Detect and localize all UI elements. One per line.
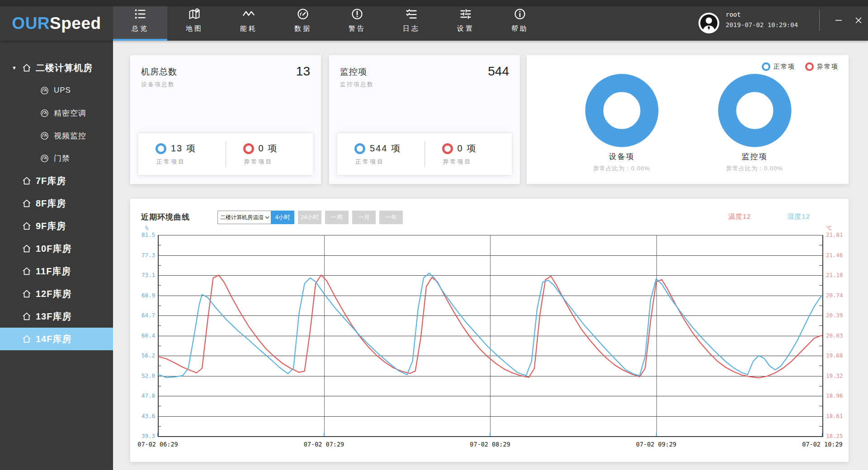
y-axis-left-tick: 39.3 [133,432,155,439]
sidebar-item-14f[interactable]: 14F库房 [0,328,113,350]
sidebar-item-label: 13F库房 [36,310,71,323]
normal-ring-icon [156,143,166,154]
nav-item-label: 日志 [403,24,420,33]
home-icon [22,334,32,344]
y-axis-minor-tick [158,265,161,266]
nav-item-overview[interactable]: 总览 [113,1,167,41]
collapse-arrow-icon[interactable]: ▼ [12,65,19,70]
stat-box: 544 项 正常项目 0 项 异常项目 [337,133,512,175]
v-gridline [656,235,657,436]
y-axis-right-tick: 20.03 [826,332,853,339]
y-axis-minor-tick [158,285,161,286]
sidebar-subitem-label: 精密空调 [54,108,86,118]
abnormal-ring-icon [243,143,254,154]
stat-normal: 13 项 正常项目 [138,142,226,166]
top-bar: OURSpeed 总览地图能耗数据警告日志设置帮助 root 2019-07-0… [0,0,868,41]
x-axis-tick [157,433,158,436]
nav-item-label: 总览 [132,24,149,33]
y-axis-right-tick: 20.74 [826,292,853,299]
nav-item-label: 设置 [457,24,474,33]
range-buttons: 4小时24小时一周一月一年 [271,211,403,224]
chevron-down-icon [264,214,271,221]
range-button-一月[interactable]: 一月 [352,211,376,224]
y-axis-minor-tick [158,366,161,366]
series-legend-humidity[interactable]: 湿度12 [787,212,810,221]
sidebar-subitem-label: UPS [54,86,71,95]
y-axis-minor-tick [819,325,822,326]
y-axis-minor-tick [819,306,822,306]
x-axis-label: 07-02 08:29 [461,441,519,448]
abnormal-ring-icon [442,143,453,154]
normal-count: 13 项 [171,142,196,155]
home-icon [22,266,32,276]
donut-sublabel: 异常占比为：0.00% [567,164,676,173]
sidebar-item-11f[interactable]: 11F库房 [0,260,113,282]
card-room-total: 机房总数 13 设备项总数 13 项 正常项目 0 项 异常项目 [130,55,321,184]
sidebar-subitem-ac[interactable]: 精密空调 [0,102,113,124]
card-title: 机房总数 [141,66,177,78]
user-datetime: 2019-07-02 10:29:04 [726,21,798,28]
sidebar-item-12f[interactable]: 12F库房 [0,282,113,305]
h-gridline [158,255,822,256]
y-axis-minor-tick [158,406,161,406]
x-axis-label: 07-02 09:29 [627,441,686,448]
y-axis-right-tick: 19.32 [826,372,853,379]
main-content: 机房总数 13 设备项总数 13 项 正常项目 0 项 异常项目 监控项 544… [113,41,868,470]
range-button-一周[interactable]: 一周 [325,211,349,224]
close-button[interactable] [851,14,866,27]
y-axis-minor-tick [158,346,161,346]
y-axis-minor-tick [819,366,822,366]
y-axis-left-tick: 47.8 [133,392,155,399]
home-icon [22,176,32,186]
donut-legend-item-1: 异常项 [805,62,839,71]
donut-chart-devices: 设备项异常占比为：0.00% [567,73,676,173]
series-legend-temperature[interactable]: 温度12 [728,212,751,221]
y-axis-left-unit: % [145,225,148,231]
y-axis-left-tick: 56.2 [133,352,155,359]
h-gridline [158,315,822,316]
chart-title: 近期环境曲线 [141,212,190,222]
v-gridline [490,235,491,436]
x-axis-label: 07-02 06:29 [128,441,187,448]
log-icon [405,8,418,20]
y-axis-minor-tick [819,406,822,406]
h-gridline [158,376,822,376]
sidebar-item-room2f[interactable]: ▼二楼计算机房 [0,56,113,79]
range-button-24小时[interactable]: 24小时 [298,211,321,224]
sidebar-item-8f[interactable]: 8F库房 [0,192,113,215]
v-gridline [324,235,325,436]
y-axis-minor-tick [158,386,161,386]
chart-legend: 温度12湿度12 [728,212,810,221]
card-value: 13 [296,64,310,79]
y-axis-minor-tick [819,265,822,266]
sidebar-subitem-video[interactable]: 视频监控 [0,124,113,147]
donut-legend: 正常项异常项 [762,62,839,71]
x-axis-tick [324,433,325,436]
y-axis-left-tick: 64.7 [133,312,155,319]
minimize-button[interactable] [831,14,846,27]
h-gridline [158,336,822,336]
user-avatar[interactable] [698,13,719,33]
donut-panel: 正常项异常项 设备项异常占比为：0.00%监控项异常占比为：0.00% [527,55,849,184]
sidebar-subitem-ups[interactable]: UPS [0,79,113,102]
logo-text-primary: OUR [12,14,50,33]
sidebar-item-10f[interactable]: 10F库房 [0,237,113,260]
sidebar-item-13f[interactable]: 13F库房 [0,305,113,328]
x-axis-label: 07-02 07:29 [295,441,354,448]
donut-ring [585,73,659,148]
sidebar-subitem-door[interactable]: 门禁 [0,147,113,169]
sidebar-item-7f[interactable]: 7F库房 [0,169,113,192]
range-button-一年[interactable]: 一年 [379,211,403,224]
h-gridline [158,356,822,356]
card-title: 监控项 [340,66,367,78]
nav-item-label: 能耗 [240,24,257,33]
room-select[interactable]: 二楼计算机房温湿环 [217,211,273,224]
sidebar-item-9f[interactable]: 9F库房 [0,215,113,237]
y-axis-minor-tick [819,346,822,346]
home-icon [22,289,32,299]
meter-icon [40,86,49,95]
sidebar-subitem-label: 视频监控 [54,131,86,141]
donut-ring [717,73,792,148]
range-button-4小时[interactable]: 4小时 [271,211,294,224]
x-axis-tick [490,433,491,436]
